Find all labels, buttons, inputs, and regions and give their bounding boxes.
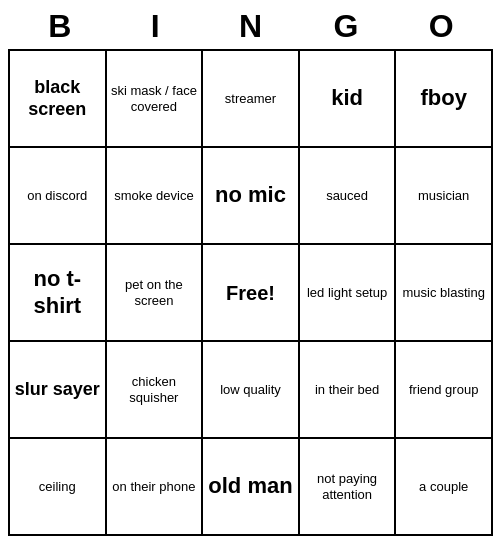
bingo-cell-7: no mic: [203, 148, 300, 245]
bingo-cell-19: friend group: [396, 342, 493, 439]
bingo-cell-2: streamer: [203, 51, 300, 148]
bingo-cell-9: musician: [396, 148, 493, 245]
bingo-cell-1: ski mask / face covered: [107, 51, 204, 148]
bingo-cell-3: kid: [300, 51, 397, 148]
bingo-cell-12: Free!: [203, 245, 300, 342]
bingo-cell-0: black screen: [10, 51, 107, 148]
bingo-cell-13: led light setup: [300, 245, 397, 342]
bingo-cell-11: pet on the screen: [107, 245, 204, 342]
bingo-cell-16: chicken squisher: [107, 342, 204, 439]
bingo-cell-18: in their bed: [300, 342, 397, 439]
bingo-cell-8: sauced: [300, 148, 397, 245]
bingo-cell-4: fboy: [396, 51, 493, 148]
bingo-cell-14: music blasting: [396, 245, 493, 342]
bingo-cell-17: low quality: [203, 342, 300, 439]
bingo-cell-10: no t-shirt: [10, 245, 107, 342]
bingo-header: BINGO: [8, 8, 493, 45]
bingo-cell-21: on their phone: [107, 439, 204, 536]
header-letter-i: I: [107, 8, 202, 45]
header-letter-o: O: [394, 8, 489, 45]
bingo-grid: black screenski mask / face coveredstrea…: [8, 49, 493, 536]
header-letter-n: N: [203, 8, 298, 45]
bingo-cell-20: ceiling: [10, 439, 107, 536]
bingo-cell-15: slur sayer: [10, 342, 107, 439]
bingo-cell-24: a couple: [396, 439, 493, 536]
header-letter-b: B: [12, 8, 107, 45]
bingo-cell-23: not paying attention: [300, 439, 397, 536]
bingo-cell-22: old man: [203, 439, 300, 536]
bingo-cell-6: smoke device: [107, 148, 204, 245]
header-letter-g: G: [298, 8, 393, 45]
bingo-cell-5: on discord: [10, 148, 107, 245]
